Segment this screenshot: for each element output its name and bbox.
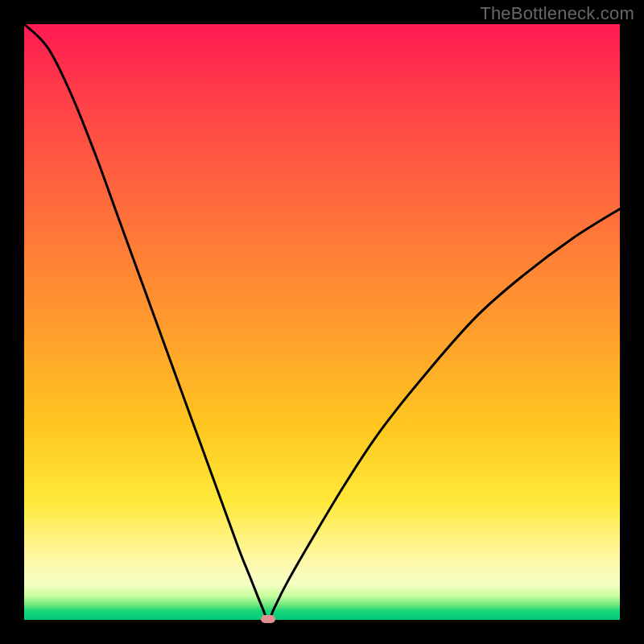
curve-layer [24, 24, 620, 620]
bottleneck-curve-path [24, 24, 620, 620]
watermark-text: TheBottleneck.com [480, 3, 634, 24]
plot-area [24, 24, 620, 620]
chart-frame: TheBottleneck.com [0, 0, 644, 644]
optimal-marker [261, 615, 275, 623]
